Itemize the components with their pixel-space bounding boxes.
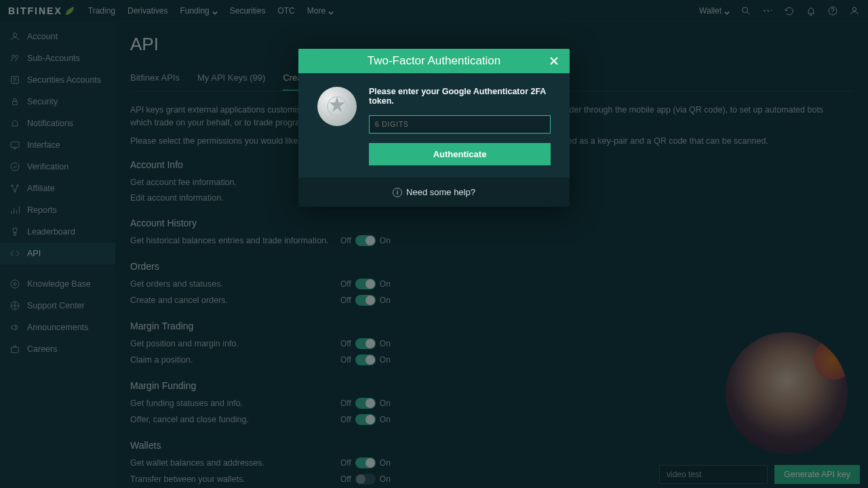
twofa-code-input[interactable] xyxy=(369,115,551,134)
authenticator-icon xyxy=(317,87,357,126)
modal-header: Two-Factor Authentication xyxy=(298,49,570,73)
info-icon: i xyxy=(393,188,402,197)
modal-prompt: Please enter your Google Authenticator 2… xyxy=(369,87,551,106)
close-icon[interactable] xyxy=(548,55,560,67)
modal-title: Two-Factor Authentication xyxy=(320,54,548,68)
twofa-modal: Two-Factor Authentication Please enter y… xyxy=(298,49,570,207)
modal-body: Please enter your Google Authenticator 2… xyxy=(298,73,570,178)
modal-backdrop[interactable]: Two-Factor Authentication Please enter y… xyxy=(0,0,868,488)
authenticate-button[interactable]: Authenticate xyxy=(369,143,551,165)
help-text: Need some help? xyxy=(406,187,475,197)
modal-help-link[interactable]: i Need some help? xyxy=(298,178,570,207)
